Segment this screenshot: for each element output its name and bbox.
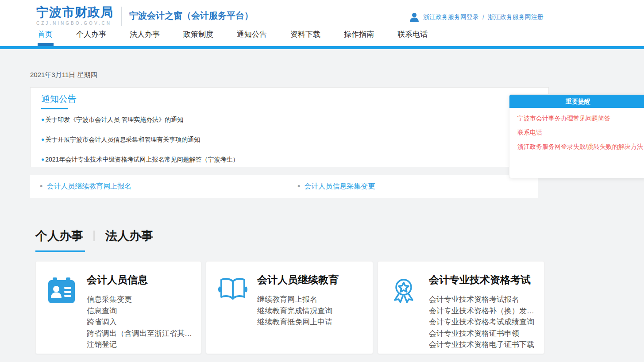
accent-bar (0, 46, 644, 49)
login-separator: / (482, 14, 484, 21)
notice-board-title: 通知公告 (41, 93, 538, 104)
nav-item-notices[interactable]: 通知公告 (237, 29, 267, 39)
medal-icon (389, 276, 419, 305)
card-link[interactable]: 继续教育完成情况查询 (257, 307, 332, 315)
date-line: 2021年3月11日 星期四 (30, 71, 97, 79)
nav-item-home[interactable]: 首页 (38, 29, 53, 39)
card-link[interactable]: 信息采集变更 (87, 295, 132, 304)
quick-links-bar: • 会计人员继续教育网上报名 • 会计人员信息采集变更 (30, 175, 538, 198)
nav-item-corporate[interactable]: 法人办事 (130, 29, 160, 39)
card-link[interactable]: 跨省调出（含调出至浙江省其… (87, 329, 192, 338)
site-header: 宁波市财政局 CZJ.NINGBO.GOV.CN 宁波会计之窗（会计服务平台） … (0, 0, 644, 46)
service-card-qualification-exam: 会计专业技术资格考试 会计专业技术资格考试报名 会计专业技术资格补（换）发… 会… (378, 261, 544, 354)
register-link[interactable]: 浙江政务服务网注册 (488, 13, 544, 21)
nav-item-contact[interactable]: 联系电话 (397, 29, 428, 39)
notice-title-underline (41, 108, 68, 109)
card-link[interactable]: 会计专业技术资格考试报名 (429, 295, 519, 304)
notice-link: 关于印发《宁波市会计人员 管理实施办法》的通知 (45, 116, 183, 123)
bullet-icon: ● (41, 116, 44, 123)
reminder-link-faq[interactable]: 宁波市会计事务办理常见问题简答 (517, 114, 644, 123)
card-title: 会计人员信息 (87, 272, 148, 287)
card-link[interactable]: 信息查询 (87, 307, 117, 315)
card-link-list: 继续教育网上报名 继续教育完成情况查询 继续教育抵免网上申请 (257, 294, 332, 328)
notice-link: 2021年会计专业技术中级资格考试网上报名常见问题解答（宁波考生） (45, 156, 239, 163)
org-domain: CZJ.NINGBO.GOV.CN (36, 21, 113, 26)
notice-item[interactable]: ●2021年会计专业技术中级资格考试网上报名常见问题解答（宁波考生） (41, 156, 538, 164)
reminder-panel: 重要提醒 宁波市会计事务办理常见问题简答 联系电话 浙江政务服务网登录失败/跳转… (509, 94, 644, 178)
card-link[interactable]: 会计专业技术资格电子证书下载 (429, 340, 534, 349)
site-title: 宁波会计之窗（会计服务平台） (129, 10, 253, 22)
card-title: 会计人员继续教育 (257, 272, 339, 287)
card-link[interactable]: 跨省调入 (87, 318, 117, 326)
id-card-icon (47, 276, 77, 305)
reminder-link-login-help[interactable]: 浙江政务服务网登录失败/跳转失败的解决方法 (517, 142, 644, 151)
bullet-icon: ● (41, 156, 44, 162)
service-card-accountant-info: 会计人员信息 信息采集变更 信息查询 跨省调入 跨省调出（含调出至浙江省其… 注… (35, 261, 201, 354)
notice-item[interactable]: ●关于开展宁波市会计人员信息采集和管理有关事项的通知 (41, 136, 538, 144)
reminder-panel-body: 宁波市会计事务办理常见问题简答 联系电话 浙江政务服务网登录失败/跳转失败的解决… (509, 108, 644, 151)
nav-item-guide[interactable]: 操作指南 (344, 29, 374, 39)
quick-link-continuing-education[interactable]: 会计人员继续教育网上报名 (46, 182, 131, 191)
login-area: 浙江政务服务网登录 / 浙江政务服务网注册 (410, 12, 544, 22)
book-icon (218, 276, 247, 305)
active-tab-underline (35, 250, 85, 252)
nav-item-policy[interactable]: 政策制度 (183, 29, 213, 39)
login-link[interactable]: 浙江政务服务网登录 (423, 13, 479, 21)
card-link[interactable]: 注销登记 (87, 340, 117, 349)
bullet-icon: ● (41, 136, 44, 142)
bullet-icon: • (40, 182, 42, 191)
quick-link-info-change[interactable]: 会计人员信息采集变更 (304, 182, 375, 191)
page-root: 宁波市财政局 CZJ.NINGBO.GOV.CN 宁波会计之窗（会计服务平台） … (0, 0, 644, 362)
card-link[interactable]: 会计专业技术资格考试成绩查询 (429, 318, 534, 326)
nav-item-personal[interactable]: 个人办事 (76, 29, 106, 39)
card-link[interactable]: 会计专业技术资格证书申领 (429, 329, 519, 338)
card-link[interactable]: 继续教育抵免网上申请 (257, 318, 332, 326)
org-name: 宁波市财政局 (36, 5, 113, 19)
notice-item[interactable]: ●关于印发《宁波市会计人员 管理实施办法》的通知 (41, 116, 538, 124)
card-link[interactable]: 会计专业技术资格补（换）发… (429, 307, 534, 315)
service-tabs: 个人办事 法人办事 (35, 228, 153, 244)
tab-divider (93, 231, 95, 241)
active-nav-underline (38, 43, 54, 46)
tab-personal[interactable]: 个人办事 (35, 228, 83, 244)
reminder-panel-title: 重要提醒 (509, 95, 644, 108)
service-card-continuing-education: 会计人员继续教育 继续教育网上报名 继续教育完成情况查询 继续教育抵免网上申请 (206, 261, 373, 354)
card-title: 会计专业技术资格考试 (429, 272, 531, 287)
nav-item-downloads[interactable]: 资料下载 (290, 29, 320, 39)
quick-link-item: • 会计人员信息采集变更 (297, 175, 375, 198)
reminder-link-phone[interactable]: 联系电话 (517, 128, 644, 137)
brand-divider (121, 7, 122, 26)
card-link[interactable]: 继续教育网上报名 (257, 295, 317, 304)
user-icon (410, 12, 419, 22)
notice-link: 关于开展宁波市会计人员信息采集和管理有关事项的通知 (45, 136, 200, 143)
brand-logo[interactable]: 宁波市财政局 CZJ.NINGBO.GOV.CN (36, 5, 113, 26)
notice-board: 通知公告 ●关于印发《宁波市会计人员 管理实施办法》的通知 ●关于开展宁波市会计… (30, 87, 549, 167)
card-link-list: 会计专业技术资格考试报名 会计专业技术资格补（换）发… 会计专业技术资格考试成绩… (429, 294, 534, 350)
card-link-list: 信息采集变更 信息查询 跨省调入 跨省调出（含调出至浙江省其… 注销登记 (87, 294, 192, 350)
quick-link-item: • 会计人员继续教育网上报名 (40, 175, 131, 198)
bullet-icon: • (297, 182, 300, 191)
tab-corporate[interactable]: 法人办事 (105, 228, 153, 244)
main-nav: 首页 个人办事 法人办事 政策制度 通知公告 资料下载 操作指南 联系电话 (38, 29, 428, 39)
notice-list: ●关于印发《宁波市会计人员 管理实施办法》的通知 ●关于开展宁波市会计人员信息采… (41, 116, 538, 164)
